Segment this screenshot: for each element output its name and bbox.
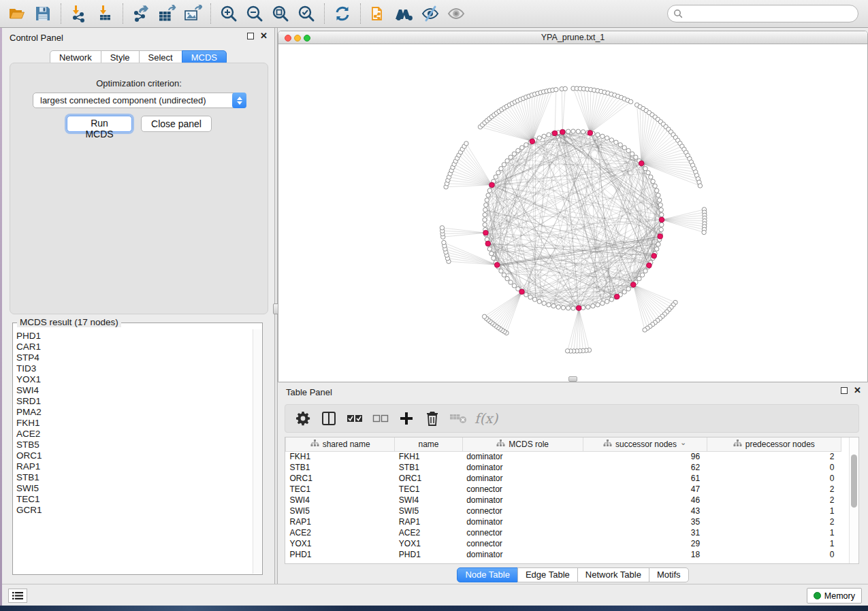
table-cell[interactable]: STB1 [395,462,462,473]
table-cell[interactable]: 46 [583,495,707,506]
graph-node[interactable] [643,269,647,273]
table-cell[interactable]: connector [462,538,583,549]
graph-node[interactable] [551,304,556,308]
graph-node[interactable] [622,146,626,150]
graph-node[interactable] [571,129,575,133]
show-details-button[interactable] [443,2,469,25]
graph-node[interactable] [651,179,655,183]
tab-network-table[interactable]: Network Table [577,567,649,582]
network-canvas[interactable] [278,44,867,382]
create-column-button[interactable] [396,408,417,429]
mcds-result-item[interactable]: FKH1 [16,418,253,429]
graph-node[interactable] [653,184,657,188]
graph-node[interactable] [637,276,641,280]
graph-dominator-node[interactable] [560,129,565,135]
graph-node[interactable] [566,129,570,133]
graph-dominator-node[interactable] [652,253,657,259]
table-row[interactable]: YOX1YOX1connector291 [286,538,841,549]
graph-node[interactable] [484,203,488,207]
graph-node[interactable] [626,148,630,152]
graph-node[interactable] [628,99,632,103]
graph-node[interactable] [524,293,528,297]
zoom-in-button[interactable] [216,2,242,25]
export-table-button[interactable] [154,2,180,25]
import-table-button[interactable] [92,2,118,25]
graph-node[interactable] [655,247,659,251]
graph-dominator-node[interactable] [552,131,558,136]
graph-node[interactable] [496,171,500,175]
graph-node[interactable] [520,146,524,150]
graph-node[interactable] [483,222,487,227]
mcds-result-item[interactable]: YOX1 [16,374,253,385]
tab-motifs[interactable]: Motifs [649,567,689,582]
column-header-MCDS-role[interactable]: MCDS role [462,437,583,451]
table-cell[interactable]: SWI4 [286,495,395,506]
graph-node[interactable] [502,273,506,277]
table-cell[interactable]: 47 [583,484,707,495]
mcds-result-item[interactable]: CAR1 [16,342,253,352]
table-cell[interactable]: FKH1 [286,451,395,462]
mcds-result-item[interactable]: STB5 [16,440,253,450]
graph-node[interactable] [554,88,558,92]
graph-dominator-node[interactable] [588,131,593,136]
export-image-button[interactable] [180,2,206,25]
graph-node[interactable] [626,286,630,291]
table-cell[interactable]: ACE2 [395,527,462,538]
table-cell[interactable]: 0 [707,462,841,473]
table-cell[interactable]: 2 [707,495,841,506]
graph-node[interactable] [614,140,618,144]
table-cell[interactable]: connector [462,506,583,516]
column-header-name[interactable]: name [395,437,462,451]
table-cell[interactable]: 2 [707,484,841,495]
graph-node[interactable] [487,247,492,251]
graph-node[interactable] [586,305,590,309]
graph-node[interactable] [634,155,638,159]
table-cell[interactable]: ORC1 [395,473,462,484]
table-cell[interactable]: 31 [583,527,707,538]
graph-node[interactable] [563,86,567,90]
clone-network-button[interactable] [366,2,391,25]
graph-node[interactable] [547,303,551,307]
table-settings-button[interactable] [292,408,314,429]
first-neighbors-button[interactable] [391,2,417,25]
table-cell[interactable]: 35 [583,516,707,527]
float-table-panel-icon[interactable] [841,387,848,394]
table-cell[interactable]: 0 [707,473,841,484]
close-table-panel-icon[interactable]: ✕ [854,387,861,394]
select-all-columns-button[interactable] [344,408,366,429]
mcds-result-list[interactable]: PHD1CAR1STP4TID3YOX1SWI4SRD1PMA2FKH1ACE2… [14,329,253,574]
table-scrollbar-thumb[interactable] [851,455,857,508]
graph-node[interactable] [660,213,664,217]
mcds-list-scrollbar[interactable] [253,329,261,574]
graph-node[interactable] [566,306,570,310]
graph-node[interactable] [542,134,546,138]
table-row[interactable]: TEC1TEC1connector472 [286,484,841,495]
mcds-result-item[interactable]: TEC1 [16,494,253,505]
column-header-shared-name[interactable]: shared name [286,437,395,451]
table-cell[interactable]: PHD1 [395,549,462,560]
table-row[interactable]: ACE2ACE2connector311 [286,527,841,538]
graph-node[interactable] [487,188,492,193]
graph-node[interactable] [516,148,520,152]
table-row[interactable]: STB1STB1dominator620 [286,462,841,473]
graph-dominator-node[interactable] [483,230,489,235]
graph-node[interactable] [658,203,662,207]
graph-node[interactable] [505,276,509,280]
table-row[interactable]: SWI5SWI5connector431 [286,506,841,516]
graph-node[interactable] [630,152,634,156]
table-cell[interactable]: 1 [707,538,841,549]
graph-node[interactable] [502,163,506,167]
graph-node[interactable] [512,284,516,288]
graph-dominator-node[interactable] [530,139,535,144]
table-cell[interactable]: dominator [462,451,583,462]
graph-node[interactable] [494,175,498,179]
graph-node[interactable] [499,269,503,273]
graph-node[interactable] [581,130,585,134]
task-monitor-button[interactable] [8,589,27,603]
close-panel-icon[interactable]: ✕ [260,33,268,39]
graph-node[interactable] [605,136,609,140]
table-cell[interactable]: PHD1 [286,549,395,560]
table-cell[interactable]: connector [462,484,583,495]
graph-node[interactable] [658,198,662,202]
run-mcds-button[interactable]: Run MCDS [67,116,132,132]
